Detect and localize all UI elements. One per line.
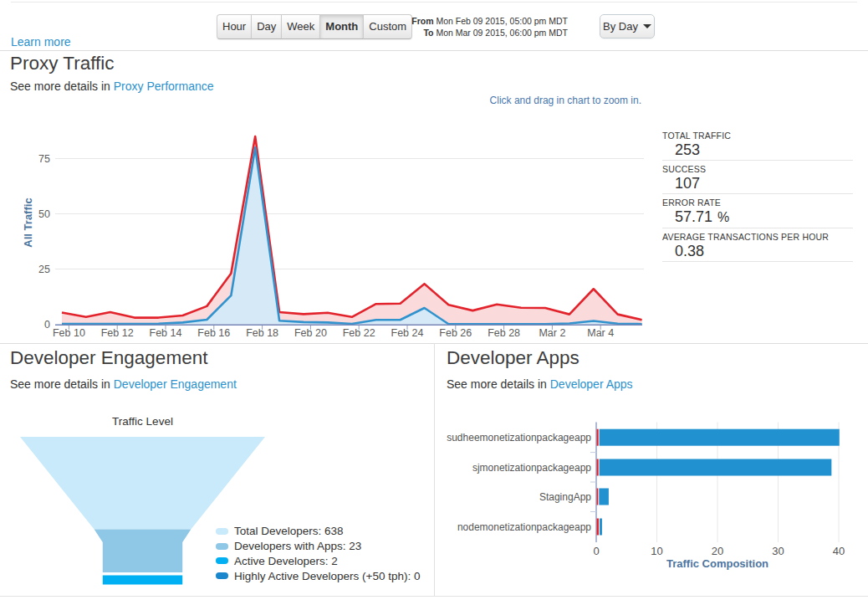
legend-swatch-icon xyxy=(216,572,228,579)
range-button-custom[interactable]: Custom xyxy=(363,14,412,39)
x-tick-label: Feb 10 xyxy=(53,327,85,339)
x-tick-label: Feb 20 xyxy=(294,327,327,339)
bar-x-tick-label: 20 xyxy=(712,545,723,557)
date-from-label: From xyxy=(411,16,433,26)
bar-segment-success[interactable] xyxy=(600,429,840,446)
legend-label: Active Developers: 2 xyxy=(234,555,338,567)
developer-apps-title: Developer Apps xyxy=(447,347,580,369)
y-tick-label: 50 xyxy=(38,208,50,220)
time-range-button-group: HourDayWeekMonthCustom xyxy=(217,14,412,39)
developer-apps-subtitle-prefix: See more details in xyxy=(447,377,550,391)
x-tick-label: Feb 24 xyxy=(391,327,424,339)
funnel-legend: Total Developers: 638Developers with App… xyxy=(216,524,421,583)
legend-item[interactable]: Total Developers: 638 xyxy=(216,524,421,539)
stat-unit: % xyxy=(717,210,729,224)
bar-x-tick-label: 30 xyxy=(772,545,784,557)
developer-engagement-subtitle: See more details in Developer Engagement xyxy=(10,377,237,391)
x-tick-label: Feb 16 xyxy=(197,327,230,339)
y-axis-title: All Traffic xyxy=(22,197,34,247)
developer-apps-link[interactable]: Developer Apps xyxy=(550,377,633,391)
stat-row: SUCCESS107 xyxy=(662,161,853,194)
stat-label: ERROR RATE xyxy=(662,197,853,208)
bar-segment-success[interactable] xyxy=(600,459,832,476)
x-tick-label: Feb 12 xyxy=(101,327,134,339)
stat-label: SUCCESS xyxy=(662,163,853,175)
range-button-hour[interactable]: Hour xyxy=(217,14,252,39)
columns-divider xyxy=(434,343,435,596)
bar-x-tick-label: 40 xyxy=(833,545,845,557)
x-tick-label: Feb 14 xyxy=(150,327,182,339)
traffic-stats-panel: TOTAL TRAFFIC253SUCCESS107ERROR RATE57.7… xyxy=(662,127,853,262)
stat-row: ERROR RATE57.71% xyxy=(662,194,853,228)
legend-item[interactable]: Developers with Apps: 23 xyxy=(216,539,421,554)
funnel-stage-2[interactable] xyxy=(103,576,182,585)
developer-engagement-title: Developer Engagement xyxy=(10,347,207,369)
series-line-1 xyxy=(62,147,642,324)
legend-label: Total Developers: 638 xyxy=(234,525,344,537)
bar-segment-error[interactable] xyxy=(597,429,599,446)
legend-swatch-icon xyxy=(216,557,228,564)
bar-x-tick-label: 10 xyxy=(651,545,662,557)
series-area-1 xyxy=(62,147,642,324)
developer-apps-chart[interactable]: sudheemonetizationpackageappsjmonetizati… xyxy=(447,423,845,571)
range-button-day[interactable]: Day xyxy=(251,14,282,39)
funnel-stage-0[interactable] xyxy=(20,437,265,530)
x-tick-label: Feb 18 xyxy=(246,327,278,339)
developer-apps-subtitle: See more details in Developer Apps xyxy=(447,377,633,391)
legend-label: Highly Active Developers (+50 tph): 0 xyxy=(234,570,421,582)
range-button-month[interactable]: Month xyxy=(319,14,364,39)
group-by-dropdown-button[interactable]: By Day xyxy=(600,14,655,38)
range-button-week[interactable]: Week xyxy=(281,14,320,39)
bar-category-label: sjmonetizationpackageapp xyxy=(472,462,591,474)
bar-segment-success[interactable] xyxy=(599,489,609,505)
x-tick-label: Mar 2 xyxy=(539,327,565,339)
x-tick-label: Feb 22 xyxy=(343,327,375,339)
stat-value: 253 xyxy=(662,141,853,159)
bottom-divider xyxy=(0,596,868,597)
developer-engagement-link[interactable]: Developer Engagement xyxy=(114,377,237,391)
group-by-label: By Day xyxy=(603,20,638,33)
funnel-stage-1[interactable] xyxy=(94,530,191,573)
y-tick-label: 25 xyxy=(38,264,50,275)
y-tick-label: 75 xyxy=(38,153,50,165)
legend-item[interactable]: Highly Active Developers (+50 tph): 0 xyxy=(216,568,421,583)
stat-value: 57.71% xyxy=(662,208,853,226)
developer-engagement-subtitle-prefix: See more details in xyxy=(10,377,114,391)
date-from-line: From Mon Feb 09 2015, 05:00 pm MDT xyxy=(411,16,568,28)
date-to-line: To Mon Mar 09 2015, 06:00 pm MDT xyxy=(411,28,568,39)
stat-label: AVERAGE TRANSACTIONS PER HOUR xyxy=(662,231,853,243)
bar-segment-error[interactable] xyxy=(597,519,600,536)
series-area-0 xyxy=(62,136,642,324)
series-line-0 xyxy=(62,136,642,320)
legend-swatch-icon xyxy=(216,528,228,535)
bar-category-label: sudheemonetizationpackageapp xyxy=(447,432,591,444)
date-to-value: Mon Mar 09 2015, 06:00 pm MDT xyxy=(436,28,568,38)
stat-row: TOTAL TRAFFIC253 xyxy=(662,127,853,161)
date-to-label: To xyxy=(423,28,433,38)
chart-zoom-hint: Click and drag in chart to zoom in. xyxy=(391,95,641,106)
bar-segment-error[interactable] xyxy=(597,459,599,476)
bar-segment-error[interactable] xyxy=(597,489,599,505)
legend-item[interactable]: Active Developers: 2 xyxy=(216,554,421,569)
bar-x-tick-label: 0 xyxy=(593,545,599,557)
bar-category-label: nodemonetizationpackageapp xyxy=(457,521,591,533)
toolbar-divider xyxy=(0,50,868,51)
learn-more-link[interactable]: Learn more xyxy=(11,35,71,49)
stat-row: AVERAGE TRANSACTIONS PER HOUR0.38 xyxy=(662,228,853,262)
stat-label: TOTAL TRAFFIC xyxy=(662,130,853,141)
stat-value: 0.38 xyxy=(662,243,853,260)
x-tick-label: Feb 26 xyxy=(439,327,472,339)
proxy-traffic-subtitle-prefix: See more details in xyxy=(10,79,114,93)
bar-x-axis-title: Traffic Composition xyxy=(666,557,768,570)
bar-category-label: StagingApp xyxy=(539,491,591,503)
y-tick-label: 0 xyxy=(44,319,50,331)
x-tick-label: Mar 4 xyxy=(587,327,614,339)
proxy-performance-link[interactable]: Proxy Performance xyxy=(114,79,214,93)
stat-value: 107 xyxy=(662,175,853,192)
legend-label: Developers with Apps: 23 xyxy=(234,540,361,552)
caret-down-icon xyxy=(643,24,651,28)
proxy-traffic-chart[interactable]: 0255075Feb 10Feb 12Feb 14Feb 16Feb 18Feb… xyxy=(22,136,644,338)
top-hairline xyxy=(11,2,857,3)
bar-segment-success[interactable] xyxy=(600,519,602,536)
legend-swatch-icon xyxy=(216,543,228,550)
